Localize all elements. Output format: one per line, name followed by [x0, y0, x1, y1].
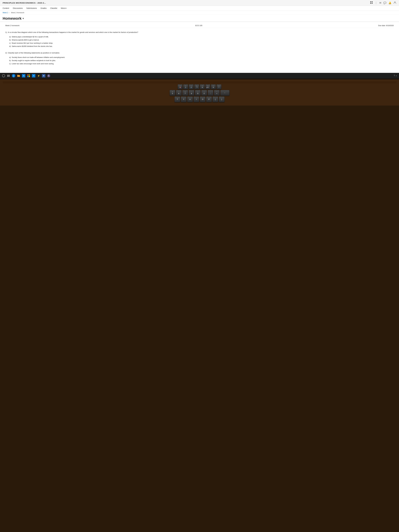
answer-1a-letter: a): [9, 36, 12, 38]
question-1-body: In a circular flow diagram which one of …: [8, 31, 138, 33]
key-equals[interactable]: + =: [214, 90, 220, 96]
nav-classlist[interactable]: Classlist: [50, 7, 57, 9]
taskbar-folder-icon[interactable]: [17, 74, 20, 77]
question-1-text: 1) In a circular flow diagram which one …: [5, 31, 394, 34]
key-8[interactable]: * 8: [189, 90, 194, 96]
key-5[interactable]: % 5: [170, 90, 175, 96]
answer-2b: b) Society ought to require welfare reci…: [9, 59, 394, 62]
keyboard-bezel: f5 🔇 f6 🔉 f7 🔊 f8 🎤 f9 ⏮ f10 ▶⏸ f11 ⏭ f1…: [0, 79, 399, 106]
answer-2c: c) Lower tax rates encourage more work a…: [9, 62, 394, 65]
course-nav: Content Discussions Submissions Grades C…: [0, 6, 399, 11]
svg-rect-2: [370, 3, 371, 4]
key-0[interactable]: ) 0: [201, 90, 207, 96]
mail-icon[interactable]: ✉: [379, 1, 381, 4]
key-7[interactable]: & 7: [182, 90, 188, 96]
taskbar-taskview[interactable]: [6, 74, 10, 78]
answer-1c: c) Stuart receives $12 per hour working …: [9, 42, 394, 44]
answer-1a-text: Selena pays a storekeeper $2 for a quart…: [12, 36, 49, 38]
fn-key-row: f5 🔇 f6 🔉 f7 🔊 f8 🎤 f9 ⏮ f10 ▶⏸ f11 ⏭ f1…: [3, 84, 396, 89]
taskbar-store-icon[interactable]: 🛍: [22, 74, 25, 77]
nav-content[interactable]: Content: [3, 7, 9, 9]
lms-title: PRINCIPLES MICROECONOMICS - 2020-2...: [3, 2, 46, 4]
nav-discussions[interactable]: Discussions: [13, 7, 23, 9]
answer-1b-letter: b): [9, 39, 12, 41]
answer-1b-text: Shanna spends $30 to get a haircut.: [12, 39, 39, 41]
svg-rect-0: [370, 1, 371, 2]
answer-1b: b) Shanna spends $30 to get a haircut.: [9, 38, 394, 41]
speaker-grill: [3, 81, 396, 83]
question-2: 2) Classify each of the following statem…: [5, 51, 394, 65]
breadcrumb-week2[interactable]: Week 2: [3, 12, 8, 14]
nav-grades[interactable]: Grades: [40, 7, 47, 9]
key-p[interactable]: P: [206, 96, 212, 102]
svg-rect-9: [27, 74, 29, 76]
svg-rect-7: [7, 76, 8, 77]
key-f9[interactable]: f9 ⏮: [200, 84, 205, 89]
question-1-answers: a) Selena pays a storekeeper $2 for a qu…: [5, 35, 394, 48]
svg-point-15: [48, 75, 49, 76]
key-9[interactable]: ( 9: [195, 90, 201, 96]
taskbar-word-icon[interactable]: W: [42, 74, 45, 77]
taskbar-edge-icon[interactable]: e: [12, 74, 15, 77]
user-icon[interactable]: [393, 1, 396, 5]
key-f5[interactable]: f5 🔇: [177, 84, 183, 89]
title-dropdown-icon[interactable]: ▾: [23, 17, 24, 20]
nav-more-label: More: [61, 7, 65, 9]
question-1: 1) In a circular flow diagram which one …: [5, 31, 394, 48]
answer-2b-letter: b): [9, 59, 12, 62]
key-f6[interactable]: f6 🔉: [183, 84, 188, 89]
chat-icon[interactable]: 💬: [383, 1, 386, 4]
nav-more-dropdown[interactable]: More ▾: [61, 7, 66, 9]
question-2-answers: a) Society faces short-run trade-off bet…: [5, 56, 394, 65]
key-o[interactable]: O: [200, 96, 206, 102]
page-title: Homework ▾: [3, 16, 396, 21]
bell-icon[interactable]: 🔔: [388, 1, 391, 4]
lms-header: PRINCIPLES MICROECONOMICS - 2020-2... ⋮ …: [0, 0, 399, 6]
taskbar-chrome-icon[interactable]: [47, 74, 51, 77]
svg-rect-1: [372, 1, 373, 2]
taskbar-help-icon[interactable]: ?: [394, 75, 395, 77]
key-f12[interactable]: f12 ≡: [216, 84, 222, 89]
answer-1d: d) Salma earns $1000 dividend from the s…: [9, 45, 394, 48]
key-t[interactable]: T: [174, 96, 180, 102]
top-letter-row: T Y U I O P [ ]: [3, 96, 396, 102]
taskbar-right: ? ∧: [394, 75, 397, 77]
breadcrumb-separator: ›: [9, 12, 10, 14]
chevron-down-icon: ▾: [65, 7, 66, 9]
homework-info-row: Week 2 homework ECO 105 Due date: 9/19/2…: [5, 25, 394, 28]
page-title-area: Homework ▾: [0, 15, 399, 22]
homework-due-date: Due date: 9/19/2020: [378, 25, 394, 26]
answer-2b-text: Society ought to require welfare recipie…: [12, 59, 56, 62]
answer-2a-text: Society faces short-run trade-off betwee…: [12, 56, 65, 58]
key-y[interactable]: Y: [181, 96, 187, 102]
svg-rect-11: [27, 76, 29, 77]
homework-course: ECO 105: [195, 25, 202, 26]
dots-icon[interactable]: ⋮: [375, 1, 377, 4]
answer-1c-letter: c): [9, 42, 12, 44]
key-i[interactable]: I: [193, 96, 199, 102]
key-f10[interactable]: f10 ▶⏸: [205, 84, 210, 89]
key-f11[interactable]: f11 ⏭: [211, 84, 216, 89]
svg-rect-6: [8, 75, 10, 76]
key-lbracket[interactable]: [: [212, 96, 218, 102]
taskbar-chevron-up-icon[interactable]: ∧: [396, 75, 397, 77]
breadcrumb: Week 2 › Week 2 Homework: [0, 11, 399, 15]
grid-icon[interactable]: [370, 1, 373, 5]
key-backspace[interactable]: ←: [220, 90, 229, 96]
nav-submissions[interactable]: Submissions: [26, 7, 37, 9]
key-u[interactable]: U: [187, 96, 193, 102]
taskbar-mail-icon[interactable]: ✉: [32, 74, 35, 77]
question-1-number: 1): [5, 31, 8, 33]
page-title-text: Homework: [3, 16, 21, 21]
taskbar-start-button[interactable]: [2, 74, 5, 77]
breadcrumb-current: Week 2 Homework: [11, 12, 24, 14]
key-f7[interactable]: f7 🔊: [189, 84, 194, 89]
key-minus[interactable]: _ -: [208, 90, 213, 96]
key-rbracket[interactable]: ]: [219, 96, 225, 102]
answer-1d-text: Salma earns $1000 dividend from the stoc…: [12, 45, 52, 47]
question-2-text: 2) Classify each of the following statem…: [5, 51, 394, 54]
key-6[interactable]: ^ 6: [176, 90, 182, 96]
key-f8[interactable]: f8 🎤: [194, 84, 199, 89]
taskbar-bolt-icon[interactable]: ⚡: [37, 74, 40, 77]
taskbar-grid-icon[interactable]: [27, 74, 30, 77]
